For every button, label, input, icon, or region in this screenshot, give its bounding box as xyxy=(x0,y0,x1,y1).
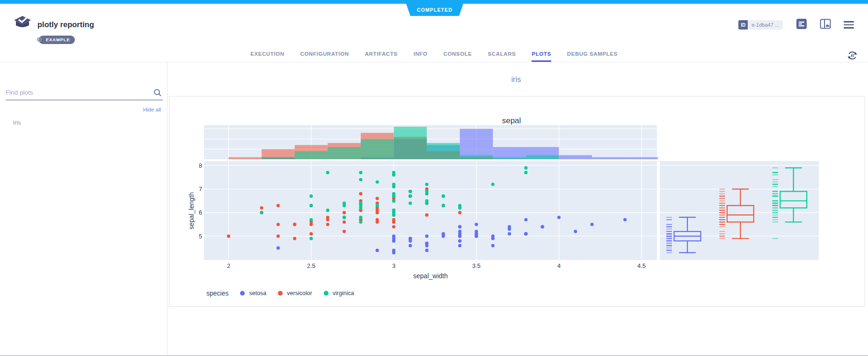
hide-all-link[interactable]: Hide all xyxy=(143,107,161,112)
svg-text:4: 4 xyxy=(557,262,561,269)
plots-sidebar: Hide all iris xyxy=(0,63,168,356)
tab-debug-samples[interactable]: DEBUG SAMPLES xyxy=(567,47,618,62)
legend-swatch xyxy=(324,291,328,296)
id-label: ID xyxy=(738,20,748,30)
plot-list-item-iris[interactable]: iris xyxy=(0,116,167,129)
tab-artifacts[interactable]: ARTIFACTS xyxy=(365,47,398,62)
plot-group-title: iris xyxy=(168,75,864,84)
tab-execution[interactable]: EXECUTION xyxy=(250,47,284,62)
legend-title: species xyxy=(206,289,228,297)
tab-info[interactable]: INFO xyxy=(414,47,428,62)
legend-swatch xyxy=(240,291,245,296)
gear-icon: ⚙ xyxy=(36,36,42,44)
legend-item-versicolor[interactable]: versicolor xyxy=(278,290,312,297)
status-label: COMPLETED xyxy=(417,7,452,13)
experiment-page: COMPLETED plotly reporting ⚙ EXAMPLE ID … xyxy=(0,0,868,356)
legend-label: versicolor xyxy=(287,290,312,297)
svg-text:sepal: sepal xyxy=(502,116,521,125)
svg-text:2.5: 2.5 xyxy=(307,262,315,269)
search-icon[interactable] xyxy=(153,89,162,99)
id-value: e-1dba47 ... xyxy=(748,20,783,30)
tab-configuration[interactable]: CONFIGURATION xyxy=(300,47,349,62)
split-view-icon[interactable] xyxy=(820,18,831,31)
tab-plots[interactable]: PLOTS xyxy=(532,47,551,62)
svg-text:3: 3 xyxy=(392,262,395,269)
experiment-tabs: EXECUTIONCONFIGURATIONARTIFACTSINFOCONSO… xyxy=(0,47,868,62)
example-badge: ⚙ EXAMPLE xyxy=(39,36,75,44)
legend-label: virginica xyxy=(333,290,354,297)
legend-label: setosa xyxy=(249,290,266,297)
auto-refresh-icon[interactable] xyxy=(847,50,858,63)
status-ribbon: COMPLETED xyxy=(406,4,463,16)
chart-legend: speciessetosaversicolorvirginica xyxy=(206,289,354,297)
plot-card: 22.533.544.55678sepalsepal_widthsepal_le… xyxy=(169,96,865,307)
legend-item-virginica[interactable]: virginica xyxy=(324,290,354,297)
legend-swatch xyxy=(278,291,283,296)
iris-sepal-chart: 22.533.544.55678sepalsepal_widthsepal_le… xyxy=(169,96,864,306)
plot-search-row xyxy=(6,86,163,100)
experiment-title: plotly reporting xyxy=(37,20,94,29)
svg-text:3.5: 3.5 xyxy=(472,262,481,269)
status-color-bar xyxy=(0,0,868,4)
experiment-id-chip[interactable]: ID e-1dba47 ... xyxy=(738,20,783,30)
svg-text:sepal_width: sepal_width xyxy=(413,272,448,280)
clearml-logo-icon[interactable] xyxy=(13,15,32,35)
svg-text:4.5: 4.5 xyxy=(637,262,646,269)
header-actions: ID e-1dba47 ... xyxy=(738,19,854,31)
svg-text:2: 2 xyxy=(227,262,230,269)
tab-console[interactable]: CONSOLE xyxy=(444,47,472,62)
search-input[interactable] xyxy=(6,86,146,98)
svg-text:7: 7 xyxy=(199,185,202,193)
svg-text:6: 6 xyxy=(199,209,202,216)
plots-panel: iris 22.533.544.55678sepalsepal_widthsep… xyxy=(168,63,868,356)
svg-text:sepal_length: sepal_length xyxy=(188,192,195,229)
svg-text:8: 8 xyxy=(199,162,202,169)
legend-item-setosa[interactable]: setosa xyxy=(240,290,266,297)
details-icon[interactable] xyxy=(796,18,807,31)
plot-list: iris xyxy=(0,116,167,129)
svg-text:5: 5 xyxy=(199,233,202,240)
tab-scalars[interactable]: SCALARS xyxy=(488,47,516,62)
menu-icon[interactable] xyxy=(844,21,854,29)
